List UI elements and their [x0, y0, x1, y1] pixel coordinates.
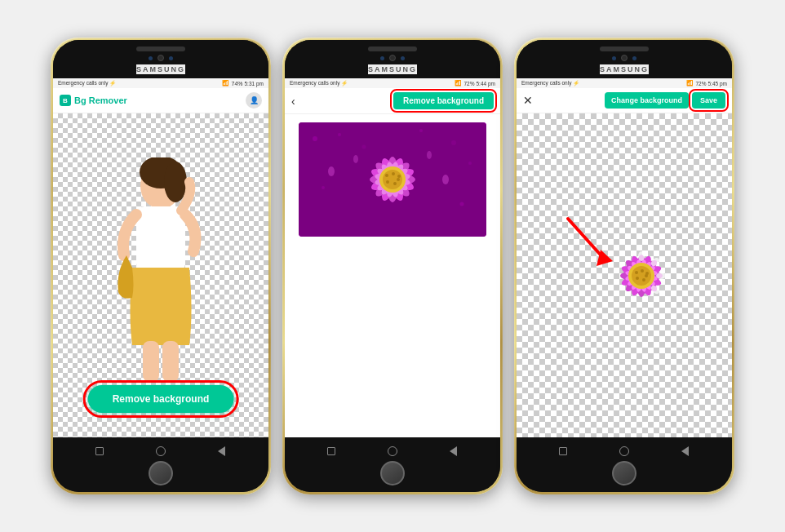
back-icon [218, 446, 225, 456]
svg-rect-4 [143, 341, 159, 382]
phone3-home-button[interactable] [618, 445, 631, 458]
phone2-recent-button[interactable] [325, 445, 338, 458]
svg-point-10 [419, 129, 423, 132]
phone3-recent-icon [559, 447, 567, 455]
phone3-back-button[interactable] [679, 445, 692, 458]
phone3-speaker [600, 47, 649, 51]
change-background-button[interactable]: Change background [605, 92, 689, 109]
phone-3: SAMSUNG Emergency calls only ⚡ 📶 72% 5:4… [514, 38, 734, 494]
phone1-nav-bar [53, 441, 268, 461]
svg-point-12 [468, 162, 472, 165]
remove-background-button[interactable]: Remove background [88, 385, 234, 413]
phone3-top-bezel: SAMSUNG [517, 40, 732, 78]
phone2-home-icon [388, 446, 397, 456]
svg-point-16 [353, 155, 358, 163]
recent-apps-button[interactable] [93, 445, 106, 458]
phone3-result-content [517, 113, 732, 437]
phone3-physical-home[interactable] [612, 461, 636, 485]
svg-point-68 [641, 269, 644, 273]
phone2-brand: SAMSUNG [368, 64, 417, 74]
phone2-camera [389, 55, 396, 61]
svg-point-37 [385, 174, 388, 177]
phone3-status-right: 📶 72% 5:45 pm [686, 80, 727, 86]
phone2-flower-image [299, 122, 486, 237]
svg-point-63 [656, 273, 666, 279]
phone1-physical-home[interactable] [149, 461, 173, 485]
svg-point-71 [642, 278, 645, 282]
phone1-sensor2 [169, 56, 173, 60]
phone2-sensor2 [401, 56, 405, 60]
svg-point-8 [338, 133, 341, 136]
svg-point-38 [392, 172, 395, 175]
phone2-status-bar: Emergency calls only ⚡ 📶 72% 5:44 pm [285, 78, 500, 88]
phone1-content: Remove background [53, 113, 268, 437]
phone3-nav-bar [517, 441, 732, 461]
svg-point-39 [397, 175, 401, 178]
svg-point-72 [645, 274, 648, 277]
phone1-time: 5:31 pm [245, 81, 264, 86]
svg-rect-3 [136, 206, 185, 272]
svg-line-43 [568, 219, 605, 259]
phone2-flower-area [285, 114, 500, 437]
phone1-status-left: Emergency calls only ⚡ [58, 80, 116, 86]
svg-point-17 [442, 175, 449, 184]
phone1-brand: SAMSUNG [136, 64, 185, 74]
phone1-status-bar: Emergency calls only ⚡ 📶 74% 5:31 pm [53, 78, 268, 88]
svg-point-13 [322, 186, 325, 189]
svg-point-67 [635, 271, 638, 274]
svg-point-11 [451, 140, 456, 145]
save-button[interactable]: Save [692, 92, 725, 109]
phone1-app-name: Bg Remover [74, 95, 127, 105]
phone3-status-bar: Emergency calls only ⚡ 📶 72% 5:45 pm [517, 78, 732, 88]
phone2-home-button[interactable] [386, 445, 399, 458]
phone3-recent-button[interactable] [557, 445, 570, 458]
phone2-camera-row [380, 55, 405, 61]
recent-icon [95, 447, 104, 455]
phone-1: SAMSUNG Emergency calls only ⚡ 📶 74% 5:3… [51, 38, 271, 494]
phone2-nav-bar [285, 441, 500, 461]
person-svg [104, 157, 218, 394]
phone-2: SAMSUNG Emergency calls only ⚡ 📶 72% 5:4… [282, 38, 503, 494]
phone3-screen: Emergency calls only ⚡ 📶 72% 5:45 pm ✕ C… [517, 78, 732, 437]
home-icon [156, 446, 166, 456]
phone3-time: 5:45 pm [708, 81, 728, 86]
svg-rect-5 [162, 341, 179, 382]
svg-point-41 [393, 182, 397, 185]
close-x-icon[interactable]: ✕ [523, 94, 533, 107]
phone1-screen: Emergency calls only ⚡ 📶 74% 5:31 pm B B… [53, 78, 268, 437]
phone3-sensor [612, 56, 616, 60]
phone3-back-icon [681, 446, 689, 456]
phone2-status-right: 📶 72% 5:44 pm [455, 80, 495, 86]
phone1-camera-row [149, 55, 173, 61]
phone3-home-icon [619, 446, 629, 456]
phone1-sensor [149, 56, 153, 60]
svg-point-18 [427, 151, 432, 159]
phone3-bottom-bezel [517, 437, 732, 492]
phone2-back-icon [450, 446, 457, 456]
phone3-camera [621, 55, 628, 61]
phone2-physical-home[interactable] [380, 461, 405, 485]
phone3-wifi-icon: 📶 [686, 80, 694, 86]
phone2-bottom-bezel [285, 437, 500, 492]
phone2-time: 5:44 pm [477, 81, 496, 86]
phone2-top-bezel: SAMSUNG [285, 40, 500, 78]
svg-point-14 [460, 202, 464, 206]
phone1-app-title: B Bg Remover [60, 95, 127, 106]
svg-point-2 [164, 162, 187, 202]
back-button[interactable] [215, 445, 228, 458]
red-arrow-icon [560, 211, 625, 276]
phone3-app-bar: ✕ Change background Save [517, 88, 732, 113]
svg-point-40 [386, 180, 389, 184]
svg-point-61 [638, 251, 645, 261]
phone1-battery: 74% [231, 81, 242, 86]
back-arrow-icon[interactable]: ‹ [291, 95, 295, 108]
phone1-user-icon[interactable]: 👤 [246, 92, 262, 109]
remove-background-header-button[interactable]: Remove background [393, 92, 494, 109]
phone1-app-bar: B Bg Remover 👤 [53, 88, 268, 113]
phone2-back-button[interactable] [447, 445, 460, 458]
phone3-status-left: Emergency calls only ⚡ [521, 80, 579, 86]
phone3-sensor2 [632, 56, 636, 60]
svg-point-15 [328, 166, 335, 176]
phone3-brand: SAMSUNG [600, 64, 649, 74]
home-button[interactable] [154, 445, 167, 458]
